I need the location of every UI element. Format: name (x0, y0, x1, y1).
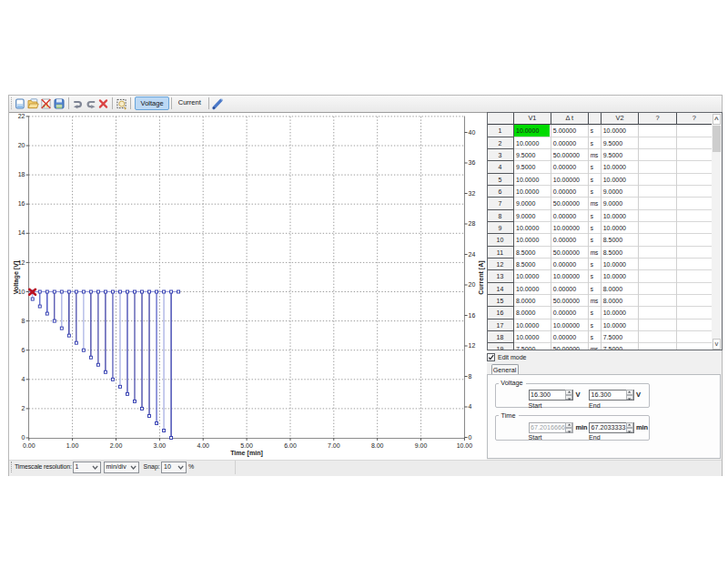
svg-text:Voltage [V]: Voltage [V] (13, 261, 20, 295)
svg-text:2: 2 (22, 405, 25, 411)
svg-text:18: 18 (18, 171, 25, 178)
svg-text:16: 16 (18, 200, 25, 207)
svg-text:5.00: 5.00 (240, 442, 253, 449)
svg-text:9.00: 9.00 (415, 442, 428, 449)
svg-text:20: 20 (18, 142, 25, 148)
svg-text:4: 4 (469, 403, 472, 410)
svg-text:24: 24 (469, 251, 476, 258)
svg-text:1.00: 1.00 (66, 442, 79, 449)
svg-text:2.00: 2.00 (110, 442, 123, 449)
svg-text:28: 28 (469, 220, 476, 227)
svg-text:36: 36 (469, 159, 476, 166)
svg-text:Time [min]: Time [min] (230, 450, 263, 457)
svg-text:20: 20 (469, 281, 476, 288)
svg-text:7.00: 7.00 (328, 442, 340, 449)
svg-text:0: 0 (22, 434, 25, 441)
svg-text:6.00: 6.00 (284, 442, 297, 449)
svg-text:22: 22 (18, 113, 25, 119)
svg-text:8: 8 (469, 373, 472, 380)
svg-text:Current [A]: Current [A] (478, 260, 485, 294)
svg-text:8: 8 (22, 318, 25, 324)
svg-text:16: 16 (469, 312, 476, 319)
svg-text:3.00: 3.00 (154, 442, 167, 449)
svg-text:12: 12 (469, 342, 476, 349)
svg-text:10.00: 10.00 (457, 442, 473, 449)
svg-text:14: 14 (18, 229, 25, 236)
svg-text:8.00: 8.00 (371, 442, 384, 449)
svg-text:32: 32 (469, 190, 476, 197)
svg-text:40: 40 (469, 129, 476, 136)
svg-text:4: 4 (22, 376, 25, 382)
svg-text:0.00: 0.00 (23, 442, 35, 449)
svg-text:4.00: 4.00 (197, 442, 209, 449)
svg-text:6: 6 (22, 347, 25, 353)
svg-text:0: 0 (469, 434, 472, 441)
